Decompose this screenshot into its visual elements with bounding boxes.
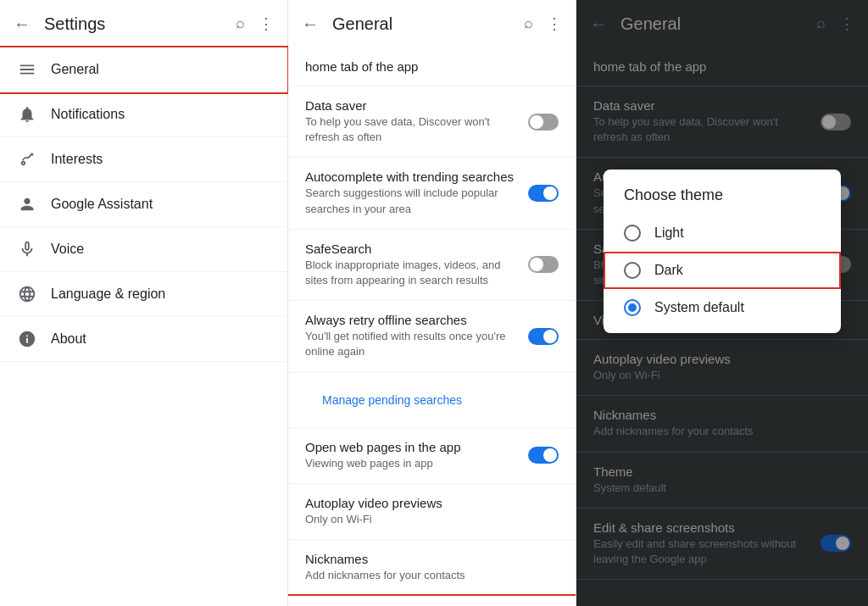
sidebar-item-voice[interactable]: Voice	[0, 227, 287, 272]
open-web-subtitle: Viewing web pages in app	[305, 456, 518, 471]
setting-safesearch[interactable]: SafeSearch Block inappropriate images, v…	[288, 230, 576, 301]
home-tab-title: home tab of the app	[305, 59, 559, 74]
theme-option-light[interactable]: Light	[604, 214, 841, 252]
safesearch-toggle[interactable]	[528, 256, 559, 273]
autocomplete-subtitle: Search suggestions will include popular …	[305, 186, 518, 216]
general-search-icon[interactable]: ⌕	[524, 14, 533, 33]
system-default-label: System default	[654, 300, 744, 315]
general-back-icon[interactable]: ←	[302, 14, 319, 34]
dark-settings-panel: ← General ⌕ ⋮ home tab of the app Data s…	[576, 0, 868, 606]
light-radio[interactable]	[624, 225, 641, 242]
setting-manage-pending[interactable]: Manage pending searches	[288, 373, 576, 428]
theme-option-dark[interactable]: Dark	[604, 252, 841, 289]
setting-autocomplete[interactable]: Autocomplete with trending searches Sear…	[288, 158, 576, 229]
sidebar-about-label: About	[51, 331, 86, 347]
nicknames-subtitle: Add nicknames for your contacts	[305, 568, 559, 583]
notifications-icon	[17, 104, 37, 125]
theme-option-system-default[interactable]: System default	[604, 289, 841, 326]
sidebar-interests-label: Interests	[51, 152, 103, 167]
sidebar-item-interests[interactable]: Interests	[0, 137, 287, 182]
choose-theme-dialog: Choose theme Light Dark System default	[604, 170, 841, 333]
general-settings-panel: ← General ⌕ ⋮ home tab of the app Data s…	[288, 0, 576, 606]
open-web-title: Open web pages in the app	[305, 440, 518, 454]
sidebar-assistant-label: Google Assistant	[51, 197, 153, 212]
sidebar-notifications-label: Notifications	[51, 107, 125, 122]
dialog-overlay: Choose theme Light Dark System default	[576, 0, 868, 606]
offline-title: Always retry offline searches	[305, 313, 518, 327]
setting-theme[interactable]: Theme System default	[288, 596, 576, 606]
setting-open-web-pages[interactable]: Open web pages in the app Viewing web pa…	[288, 428, 576, 484]
setting-nicknames[interactable]: Nicknames Add nicknames for your contact…	[288, 540, 576, 596]
sidebar-header: ← Settings ⌕ ⋮	[0, 0, 287, 47]
sidebar-language-label: Language & region	[51, 286, 165, 302]
sidebar-search-icon[interactable]: ⌕	[236, 14, 245, 33]
sidebar-voice-label: Voice	[51, 242, 84, 257]
dark-label: Dark	[654, 263, 683, 278]
google-assistant-icon	[17, 194, 37, 214]
system-default-radio-inner	[628, 303, 637, 312]
settings-sidebar: ← Settings ⌕ ⋮ General Notifications Int…	[0, 0, 288, 606]
safesearch-title: SafeSearch	[305, 242, 518, 256]
sidebar-item-about[interactable]: About	[0, 317, 287, 362]
general-header: ← General ⌕ ⋮	[288, 0, 576, 47]
general-more-icon[interactable]: ⋮	[547, 14, 562, 33]
autoplay-title: Autoplay video previews	[305, 496, 559, 510]
data-saver-title: Data saver	[305, 98, 518, 113]
setting-autoplay-video[interactable]: Autoplay video previews Only on Wi-Fi	[288, 484, 576, 540]
about-icon	[17, 329, 37, 349]
sidebar-title: Settings	[44, 14, 236, 34]
offline-subtitle: You'll get notified with results once yo…	[305, 329, 518, 359]
autocomplete-toggle[interactable]	[528, 185, 559, 202]
offline-toggle[interactable]	[528, 328, 559, 345]
sidebar-more-icon[interactable]: ⋮	[259, 14, 274, 33]
autoplay-subtitle: Only on Wi-Fi	[305, 512, 559, 527]
setting-home-tab: home tab of the app	[288, 47, 576, 86]
data-saver-toggle[interactable]	[528, 114, 559, 131]
light-label: Light	[654, 225, 684, 241]
dark-radio[interactable]	[624, 262, 641, 279]
open-web-toggle[interactable]	[528, 447, 559, 464]
manage-pending-link[interactable]: Manage pending searches	[305, 385, 559, 415]
voice-icon	[17, 239, 37, 259]
sidebar-general-label: General	[51, 62, 99, 77]
safesearch-subtitle: Block inappropriate images, videos, and …	[305, 258, 518, 288]
setting-data-saver[interactable]: Data saver To help you save data, Discov…	[288, 86, 576, 158]
general-title: General	[332, 14, 524, 34]
interests-icon	[17, 149, 37, 170]
sidebar-item-language-region[interactable]: Language & region	[0, 272, 287, 317]
system-default-radio[interactable]	[624, 299, 641, 316]
data-saver-subtitle: To help you save data, Discover won't re…	[305, 114, 518, 145]
nicknames-title: Nicknames	[305, 552, 559, 566]
sidebar-back-icon[interactable]: ←	[14, 14, 31, 34]
dialog-title: Choose theme	[604, 186, 841, 214]
general-icon	[17, 59, 37, 80]
sidebar-header-icons: ⌕ ⋮	[236, 14, 274, 33]
language-icon	[17, 284, 37, 304]
sidebar-item-google-assistant[interactable]: Google Assistant	[0, 182, 287, 227]
general-header-icons: ⌕ ⋮	[524, 14, 562, 33]
sidebar-item-notifications[interactable]: Notifications	[0, 92, 287, 137]
sidebar-item-general[interactable]: General	[0, 47, 287, 92]
setting-offline-searches[interactable]: Always retry offline searches You'll get…	[288, 301, 576, 372]
autocomplete-title: Autocomplete with trending searches	[305, 170, 518, 184]
